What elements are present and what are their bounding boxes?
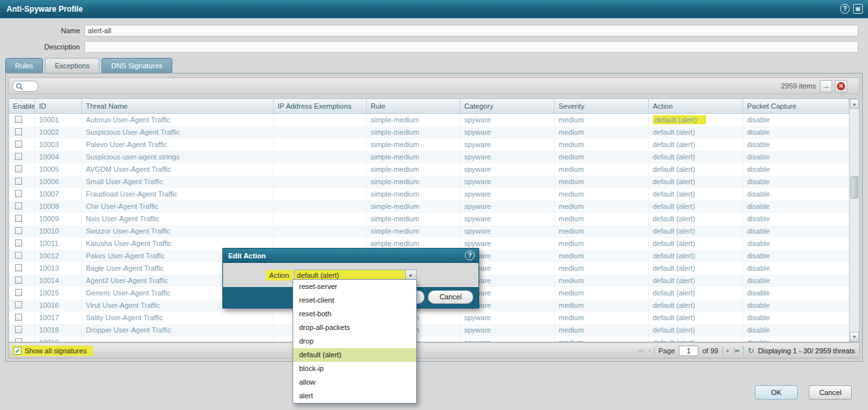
enable-checkbox[interactable] <box>15 338 22 342</box>
tab-exceptions[interactable]: Exceptions <box>45 58 99 74</box>
action-cell[interactable]: default (alert) <box>649 238 743 250</box>
threat-cell[interactable]: Fraudload User-Agent Traffic <box>82 188 274 200</box>
table-row[interactable]: 10003Palevo User-Agent Trafficsimple-med… <box>9 139 849 151</box>
clear-filter-button[interactable]: ✕ <box>835 80 847 92</box>
column-header-rule[interactable]: Rule <box>367 99 460 113</box>
column-header-category[interactable]: Category <box>460 99 555 113</box>
prev-page-button[interactable]: ◂ <box>648 348 650 353</box>
threat-cell[interactable]: AVGDM User-Agent Traffic <box>82 163 274 176</box>
name-input[interactable] <box>85 25 858 36</box>
enable-checkbox[interactable] <box>15 202 22 210</box>
threat-cell[interactable]: Sality User-Agent Traffic <box>82 312 274 324</box>
enable-checkbox[interactable] <box>15 190 22 197</box>
tab-dns-signatures[interactable]: DNS Signatures <box>101 58 172 74</box>
threat-cell[interactable]: Small User-Agent Traffic <box>82 176 274 188</box>
tab-rules[interactable]: Rules <box>5 58 43 74</box>
action-cell[interactable]: default (alert) <box>649 176 743 188</box>
action-cell[interactable]: default (alert) <box>649 275 743 287</box>
cancel-button[interactable]: Cancel <box>809 385 852 400</box>
table-row[interactable]: 10004Suspicious user-agent stringssimple… <box>9 151 849 163</box>
threat-cell[interactable]: Suspicious user-agent strings <box>82 151 274 163</box>
action-cell[interactable]: default (alert) <box>649 336 743 342</box>
column-header-id[interactable]: ID <box>35 99 82 113</box>
first-page-button[interactable]: ◂◂│ <box>637 348 644 353</box>
enable-checkbox[interactable] <box>15 141 22 148</box>
enable-checkbox[interactable] <box>15 314 22 321</box>
action-cell[interactable]: default (alert) <box>649 114 743 126</box>
action-cell[interactable]: default (alert) <box>649 213 743 225</box>
column-header-packet-capture[interactable]: Packet Capture <box>743 99 849 113</box>
table-row[interactable]: 10018Dropper User-Agent Trafficsimple-me… <box>9 324 849 336</box>
enable-checkbox[interactable] <box>15 215 22 222</box>
column-header-enable[interactable]: Enable <box>9 99 35 113</box>
enable-checkbox[interactable] <box>15 252 22 259</box>
enable-checkbox[interactable] <box>15 289 22 296</box>
action-cell[interactable]: default (alert) <box>649 287 743 299</box>
scrollbar-thumb[interactable] <box>850 176 858 198</box>
vertical-scrollbar[interactable]: ▲ ▼ <box>849 99 859 342</box>
last-page-button[interactable]: │▸▸ <box>733 348 739 353</box>
description-input[interactable] <box>85 41 858 53</box>
table-row[interactable]: 10010Swizzor User-Agent Trafficsimple-me… <box>9 225 849 238</box>
dropdown-option[interactable]: default (alert) <box>293 348 416 362</box>
action-cell[interactable]: default (alert) <box>649 299 743 312</box>
action-cell[interactable]: default (alert) <box>649 200 743 213</box>
action-cell[interactable]: default (alert) <box>649 188 743 200</box>
next-page-button[interactable]: ▸ <box>727 348 729 353</box>
dropdown-option[interactable]: drop <box>293 335 416 348</box>
ok-button[interactable]: OK <box>755 385 798 400</box>
threat-cell[interactable] <box>82 336 274 342</box>
enable-checkbox[interactable] <box>15 116 22 123</box>
enable-checkbox[interactable] <box>15 326 22 333</box>
action-cell[interactable]: default (alert) <box>649 139 743 151</box>
help-icon[interactable]: ? <box>465 251 475 260</box>
table-row[interactable]: 10002Suspicious User-Agent Trafficsimple… <box>9 126 849 139</box>
enable-checkbox[interactable] <box>15 178 22 185</box>
pin-icon[interactable]: ▣ <box>853 4 863 14</box>
enable-checkbox[interactable] <box>15 239 22 247</box>
refresh-icon[interactable]: ↻ <box>748 346 754 355</box>
table-row[interactable]: 10019simple-mediumspywaremediumdefault (… <box>9 336 849 342</box>
threat-cell[interactable]: Suspicious User-Agent Traffic <box>82 126 274 139</box>
dropdown-option[interactable]: reset-client <box>293 294 416 307</box>
action-cell[interactable]: default (alert) <box>649 312 743 324</box>
action-cell[interactable]: default (alert) <box>649 225 743 238</box>
enable-checkbox[interactable] <box>15 227 22 234</box>
search-input[interactable] <box>12 81 38 92</box>
table-row[interactable]: 10008Chir User-Agent Trafficsimple-mediu… <box>9 200 849 213</box>
enable-checkbox[interactable] <box>15 264 22 271</box>
table-row[interactable]: 10005AVGDM User-Agent Trafficsimple-medi… <box>9 163 849 176</box>
dropdown-option[interactable]: reset-both <box>293 307 416 321</box>
enable-checkbox[interactable] <box>15 128 22 135</box>
table-row[interactable]: 10007Fraudload User-Agent Trafficsimple-… <box>9 188 849 200</box>
table-row[interactable]: 10017Sality User-Agent Trafficsimple-med… <box>9 312 849 324</box>
column-header-threat-name[interactable]: Threat Name <box>82 99 274 113</box>
scrollbar-up-button[interactable]: ▲ <box>850 99 859 109</box>
help-icon[interactable]: ? <box>840 4 850 14</box>
page-number-input[interactable] <box>679 346 698 356</box>
threat-cell[interactable]: Autorun User-Agent Traffic <box>82 114 274 126</box>
action-cell[interactable]: default (alert) <box>649 163 743 176</box>
dropdown-option[interactable]: drop-all-packets <box>293 321 416 335</box>
dropdown-option[interactable]: reset-server <box>293 280 416 294</box>
dropdown-option[interactable]: alert <box>293 389 416 403</box>
enable-checkbox[interactable] <box>15 301 22 308</box>
threat-cell[interactable]: Palevo User-Agent Traffic <box>82 139 274 151</box>
show-all-signatures-checkbox[interactable]: ✓ <box>14 347 21 355</box>
threat-cell[interactable]: Nsis User-Agent Traffic <box>82 213 274 225</box>
show-all-signatures[interactable]: ✓ Show all signatures <box>12 346 93 356</box>
action-cell[interactable]: default (alert) <box>649 151 743 163</box>
column-header-action[interactable]: Action <box>649 99 743 113</box>
threat-cell[interactable]: Dropper User-Agent Traffic <box>82 324 274 336</box>
enable-checkbox[interactable] <box>15 277 22 284</box>
enable-checkbox[interactable] <box>15 153 22 160</box>
dropdown-option[interactable]: block-ip <box>293 362 416 376</box>
table-row[interactable]: 10001Autorun User-Agent Trafficsimple-me… <box>9 114 849 126</box>
threat-cell[interactable]: Swizzor User-Agent Traffic <box>82 225 274 238</box>
table-row[interactable]: 10006Small User-Agent Trafficsimple-medi… <box>9 176 849 188</box>
column-header-severity[interactable]: Severity <box>555 99 649 113</box>
table-row[interactable]: 10009Nsis User-Agent Trafficsimple-mediu… <box>9 213 849 225</box>
edit-action-cancel-button[interactable]: Cancel <box>428 290 473 304</box>
enable-checkbox[interactable] <box>15 165 22 172</box>
scrollbar-down-button[interactable]: ▼ <box>850 332 859 342</box>
